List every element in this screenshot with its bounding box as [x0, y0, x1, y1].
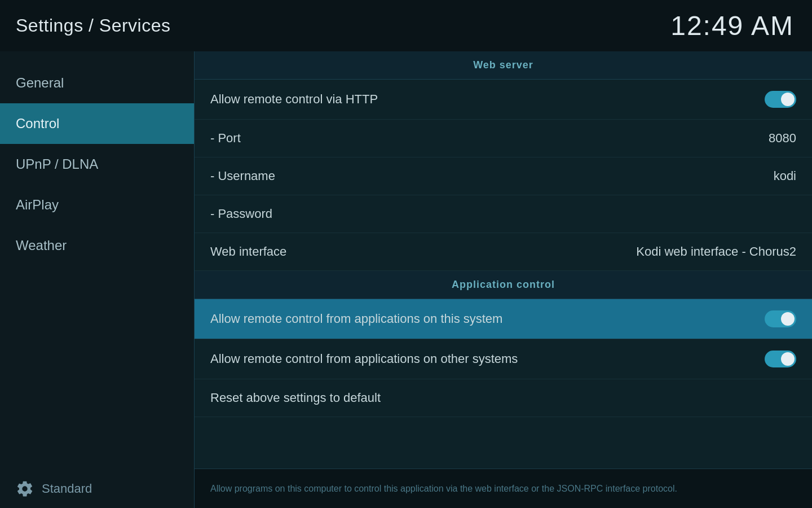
toggle-knob — [781, 312, 795, 326]
setting-web-interface[interactable]: Web interface Kodi web interface - Choru… — [195, 233, 812, 271]
setting-label: Allow remote control from applications o… — [210, 312, 502, 326]
status-bar: Allow programs on this computer to contr… — [195, 468, 812, 508]
sidebar: General Control UPnP / DLNA AirPlay Weat… — [0, 51, 194, 508]
setting-reset-defaults[interactable]: Reset above settings to default — [195, 379, 812, 417]
setting-label: Reset above settings to default — [210, 391, 381, 405]
setting-value: kodi — [774, 169, 796, 183]
setting-password[interactable]: - Password — [195, 195, 812, 233]
sidebar-item-label: AirPlay — [16, 197, 59, 213]
setting-allow-other-systems[interactable]: Allow remote control from applications o… — [195, 339, 812, 379]
setting-username[interactable]: - Username kodi — [195, 157, 812, 195]
main-layout: General Control UPnP / DLNA AirPlay Weat… — [0, 51, 812, 508]
gear-icon — [16, 480, 34, 498]
sidebar-item-label: General — [16, 75, 64, 91]
sidebar-item-airplay[interactable]: AirPlay — [0, 185, 194, 225]
sidebar-item-general[interactable]: General — [0, 63, 194, 103]
clock: 12:49 AM — [670, 10, 794, 41]
setting-port[interactable]: - Port 8080 — [195, 120, 812, 157]
toggle-knob — [781, 352, 795, 366]
sidebar-item-label: UPnP / DLNA — [16, 156, 98, 172]
settings-level[interactable]: Standard — [0, 470, 194, 508]
setting-label: Allow remote control via HTTP — [210, 92, 378, 107]
setting-label: Web interface — [210, 244, 286, 259]
sidebar-item-upnp[interactable]: UPnP / DLNA — [0, 144, 194, 185]
sidebar-item-label: Weather — [16, 238, 67, 253]
setting-allow-http[interactable]: Allow remote control via HTTP — [195, 80, 812, 120]
setting-allow-this-system[interactable]: Allow remote control from applications o… — [195, 299, 812, 339]
settings-list: Web server Allow remote control via HTTP… — [195, 51, 812, 468]
toggle-allow-http[interactable] — [765, 91, 796, 108]
setting-label: Allow remote control from applications o… — [210, 352, 518, 366]
header: Settings / Services 12:49 AM — [0, 0, 812, 51]
toggle-allow-this-system[interactable] — [765, 310, 796, 327]
toggle-knob — [781, 93, 795, 106]
section-header-web-server: Web server — [195, 51, 812, 80]
sidebar-item-label: Control — [16, 116, 59, 132]
sidebar-item-control[interactable]: Control — [0, 103, 194, 144]
page-title: Settings / Services — [16, 15, 171, 36]
settings-level-label: Standard — [42, 481, 92, 496]
toggle-allow-other-systems[interactable] — [765, 351, 796, 367]
setting-value: Kodi web interface - Chorus2 — [636, 244, 796, 259]
section-header-app-control: Application control — [195, 271, 812, 299]
content-panel: Web server Allow remote control via HTTP… — [194, 51, 812, 508]
setting-label: - Username — [210, 169, 275, 183]
setting-label: - Port — [210, 131, 241, 146]
setting-value: 8080 — [769, 131, 796, 146]
setting-label: - Password — [210, 207, 272, 221]
sidebar-item-weather[interactable]: Weather — [0, 225, 194, 266]
status-text: Allow programs on this computer to contr… — [210, 482, 677, 496]
